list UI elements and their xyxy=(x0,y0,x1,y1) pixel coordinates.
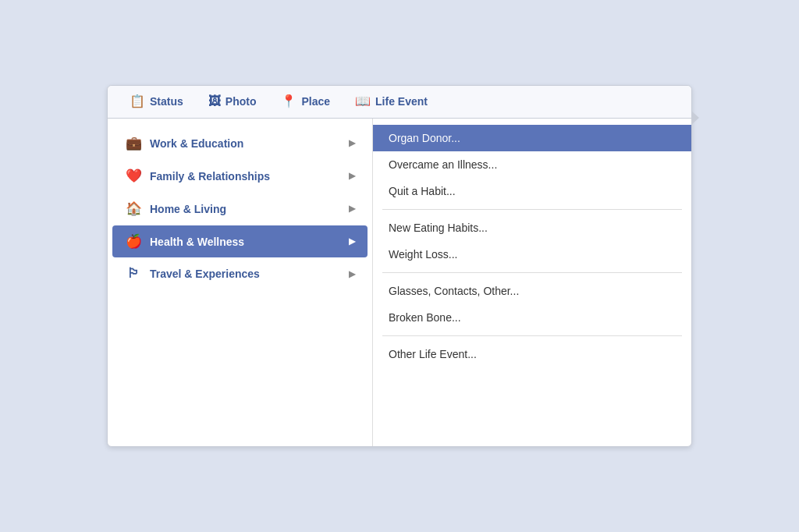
submenu-item-new-eating[interactable]: New Eating Habits... xyxy=(373,215,691,241)
photo-tab-label: Photo xyxy=(225,95,257,108)
overcame-illness-label: Overcame an Illness... xyxy=(389,158,497,171)
health-icon: 🍎 xyxy=(125,233,142,250)
menu-item-work[interactable]: 💼Work & Education▶ xyxy=(112,127,368,159)
menu-item-travel[interactable]: 🏳Travel & Experiences▶ xyxy=(112,258,368,289)
organ-donor-label: Organ Donor... xyxy=(389,132,460,144)
life-event-tab-label: Life Event xyxy=(375,95,428,108)
health-arrow: ▶ xyxy=(349,236,355,246)
travel-label: Travel & Experiences xyxy=(150,268,260,280)
travel-icon: 🏳 xyxy=(125,266,142,282)
weight-loss-label: Weight Loss... xyxy=(389,248,457,261)
left-panel: 💼Work & Education▶❤️Family & Relationshi… xyxy=(108,119,373,446)
work-arrow: ▶ xyxy=(349,138,355,148)
menu-item-health[interactable]: 🍎Health & Wellness▶ xyxy=(112,225,368,257)
family-label: Family & Relationships xyxy=(150,170,270,183)
submenu-item-organ-donor[interactable]: Organ Donor... xyxy=(373,125,691,151)
submenu-item-glasses[interactable]: Glasses, Contacts, Other... xyxy=(373,278,691,304)
work-label: Work & Education xyxy=(150,137,243,150)
place-tab-icon: 📍 xyxy=(281,94,297,108)
home-label: Home & Living xyxy=(150,203,226,215)
submenu-item-overcame-illness[interactable]: Overcame an Illness... xyxy=(373,151,691,178)
new-eating-label: New Eating Habits... xyxy=(389,222,488,234)
menu-item-family[interactable]: ❤️Family & Relationships▶ xyxy=(112,160,368,192)
submenu-divider-1 xyxy=(382,209,682,210)
status-tab-icon: 📋 xyxy=(130,94,145,108)
place-tab-label: Place xyxy=(301,95,330,108)
tab-bar: 📋Status🖼Photo📍Place📖Life Event xyxy=(108,86,691,119)
work-icon: 💼 xyxy=(125,135,142,151)
tab-photo[interactable]: 🖼Photo xyxy=(196,86,269,119)
menu-item-home[interactable]: 🏠Home & Living▶ xyxy=(112,193,368,225)
submenu-item-other-life[interactable]: Other Life Event... xyxy=(373,341,691,367)
submenu-divider-3 xyxy=(382,335,682,336)
tab-place[interactable]: 📍Place xyxy=(268,86,343,119)
home-icon: 🏠 xyxy=(125,200,142,217)
health-label: Health & Wellness xyxy=(150,236,244,248)
main-card: 📋Status🖼Photo📍Place📖Life Event 💼Work & E… xyxy=(107,85,692,447)
menu-area: 💼Work & Education▶❤️Family & Relationshi… xyxy=(108,119,691,446)
tab-status[interactable]: 📋Status xyxy=(117,86,196,119)
tab-life-event[interactable]: 📖Life Event xyxy=(343,86,440,119)
submenu-item-quit-habit[interactable]: Quit a Habit... xyxy=(373,178,691,204)
submenu-item-weight-loss[interactable]: Weight Loss... xyxy=(373,241,691,268)
home-arrow: ▶ xyxy=(349,204,355,214)
life-event-tab-icon: 📖 xyxy=(355,94,371,108)
other-life-label: Other Life Event... xyxy=(389,348,477,360)
status-tab-label: Status xyxy=(150,95,183,108)
broken-bone-label: Broken Bone... xyxy=(389,311,461,324)
travel-arrow: ▶ xyxy=(349,269,355,279)
photo-tab-icon: 🖼 xyxy=(208,94,221,108)
glasses-label: Glasses, Contacts, Other... xyxy=(389,285,519,297)
family-icon: ❤️ xyxy=(125,168,142,184)
right-panel: Organ Donor...Overcame an Illness...Quit… xyxy=(373,119,691,446)
submenu-divider-2 xyxy=(382,272,682,273)
submenu-item-broken-bone[interactable]: Broken Bone... xyxy=(373,304,691,331)
quit-habit-label: Quit a Habit... xyxy=(389,185,456,197)
family-arrow: ▶ xyxy=(349,171,355,181)
